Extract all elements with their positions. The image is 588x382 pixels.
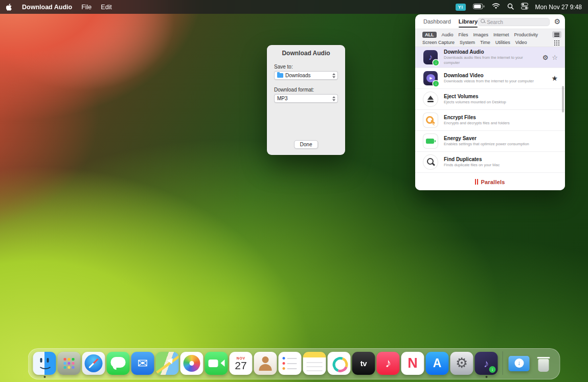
tool-description: Encrypts and decrypts files and folders: [444, 121, 534, 126]
download-audio-icon: [423, 50, 438, 64]
tool-name: Download Audio: [444, 49, 534, 55]
wifi-icon[interactable]: [492, 3, 500, 11]
save-to-value: Downloads: [285, 73, 310, 78]
dock-icon-facetime[interactable]: [205, 352, 228, 375]
dock-icon-contacts[interactable]: [254, 352, 277, 375]
dock-icon-messages[interactable]: [107, 352, 130, 375]
search-field: [478, 17, 550, 27]
settings-gear-icon[interactable]: ⚙: [554, 18, 560, 25]
tool-description: Enables settings that optimize power con…: [444, 142, 534, 147]
tool-list: Download Audio Downloads audio files fro…: [415, 47, 565, 173]
dock-icon-downloads[interactable]: ↓: [508, 352, 531, 375]
tool-row-energy-saver[interactable]: Energy Saver Enables settings that optim…: [415, 131, 565, 152]
category-filters: ALLAudioFilesImagesInternetProductivityS…: [415, 29, 565, 47]
search-input[interactable]: [478, 18, 550, 26]
done-button[interactable]: Done: [294, 140, 319, 149]
filter-video[interactable]: Video: [515, 40, 527, 45]
dock-icon-freeform[interactable]: [328, 352, 351, 375]
tool-description: Downloads audio files from the internet …: [444, 55, 534, 66]
download-format-label: Download format:: [274, 87, 338, 93]
tool-row-eject-volumes[interactable]: Eject Volumes Ejects volumes mounted on …: [415, 89, 565, 110]
dock-icon-trash[interactable]: [532, 352, 555, 375]
save-to-select[interactable]: Downloads: [274, 71, 338, 80]
filter-utilities[interactable]: Utilities: [495, 40, 510, 45]
active-app-name[interactable]: Download Audio: [22, 4, 72, 11]
tool-description: Downloads videos from the internet to yo…: [444, 79, 534, 84]
parallels-logo: Parallels: [475, 179, 505, 185]
scrollbar[interactable]: [562, 86, 564, 113]
tool-row-find-duplicates[interactable]: Find Duplicates Finds duplicate files on…: [415, 152, 565, 173]
favorite-star-icon[interactable]: ☆: [552, 54, 558, 61]
filter-time[interactable]: Time: [480, 40, 490, 45]
tab-library[interactable]: Library: [459, 14, 478, 29]
toolbox-header: DashboardLibrary ⚙: [415, 14, 565, 29]
dock-icon-calendar[interactable]: NOV27: [230, 352, 253, 375]
dock-icon-mail[interactable]: ✉: [131, 352, 154, 375]
dock-icon-maps[interactable]: [156, 352, 179, 375]
tool-name: Encrypt Files: [444, 115, 534, 120]
running-indicator: [485, 376, 487, 378]
parallels-toolbox-window: DashboardLibrary ⚙ ALLAudioFilesImagesIn…: [415, 14, 565, 190]
find-duplicates-icon: [423, 155, 438, 169]
dock-icon-download-audio[interactable]: ♪: [475, 352, 498, 375]
tool-row-download-video[interactable]: Download Video Downloads videos from the…: [415, 68, 565, 89]
filter-all[interactable]: ALL: [422, 32, 437, 38]
dock-icon-photos[interactable]: [180, 352, 203, 375]
eject-volumes-icon: [423, 92, 438, 106]
folder-icon: [277, 73, 283, 78]
spotlight-search-icon[interactable]: [507, 3, 514, 11]
list-view-toggle[interactable]: [552, 31, 561, 38]
download-format-select[interactable]: MP3: [274, 94, 338, 103]
tool-row-encrypt-files[interactable]: Encrypt Files Encrypts and decrypts file…: [415, 110, 565, 131]
stepper-icon: [331, 72, 336, 79]
dock-icon-reminders[interactable]: [279, 352, 302, 375]
dock-separator: [503, 351, 503, 375]
tool-row-download-audio[interactable]: Download Audio Downloads audio files fro…: [415, 47, 565, 68]
filter-files[interactable]: Files: [459, 32, 468, 37]
menu-file[interactable]: File: [81, 4, 92, 11]
stepper-icon: [331, 95, 336, 102]
dialog-title: Download Audio: [267, 50, 345, 57]
control-center-icon[interactable]: [521, 3, 528, 11]
dock-icon-music[interactable]: ♪: [377, 352, 400, 375]
filter-productivity[interactable]: Productivity: [514, 32, 538, 37]
input-source-badge[interactable]: YI: [456, 4, 466, 11]
dock-icon-notes[interactable]: [303, 352, 326, 375]
favorite-star-icon[interactable]: ★: [551, 75, 558, 82]
toolbox-footer: Parallels: [415, 173, 565, 190]
dock-icon-finder[interactable]: [33, 352, 56, 375]
download-format-value: MP3: [277, 96, 288, 101]
download-video-icon: [423, 71, 438, 85]
grid-view-toggle[interactable]: [552, 39, 561, 46]
energy-saver-icon: [423, 134, 438, 148]
tool-description: Finds duplicate files on your Mac: [444, 163, 534, 168]
save-to-label: Save to:: [274, 64, 338, 70]
menu-edit[interactable]: Edit: [101, 4, 112, 11]
parallels-bars-icon: [475, 179, 479, 185]
filter-audio[interactable]: Audio: [442, 32, 454, 37]
tool-settings-icon[interactable]: ⚙: [542, 54, 549, 61]
filter-system[interactable]: System: [460, 40, 475, 45]
tab-dashboard[interactable]: Dashboard: [423, 14, 451, 29]
battery-icon[interactable]: [473, 4, 485, 11]
menu-bar-clock[interactable]: Mon Nov 27 9:48: [535, 4, 582, 11]
download-audio-dialog: Download Audio Save to: Downloads Downlo…: [267, 45, 345, 155]
running-indicator: [43, 376, 46, 378]
menu-bar: Download Audio FileEdit YI Mon Nov 27 9:…: [0, 0, 588, 14]
apple-menu-icon[interactable]: [6, 3, 13, 11]
tool-name: Energy Saver: [444, 136, 534, 141]
filter-screen-capture[interactable]: Screen Capture: [422, 40, 455, 45]
dock-icon-news[interactable]: N: [401, 352, 424, 375]
tool-name: Find Duplicates: [444, 156, 534, 162]
dock-icon-appstore[interactable]: A: [426, 352, 449, 375]
tool-name: Download Video: [444, 73, 534, 78]
encrypt-files-icon: [423, 113, 438, 127]
dock-icon-safari[interactable]: [82, 352, 105, 375]
dock-icon-settings[interactable]: ⚙: [450, 352, 473, 375]
filter-images[interactable]: Images: [473, 32, 489, 37]
filter-internet[interactable]: Internet: [493, 32, 509, 37]
tool-description: Ejects volumes mounted on Desktop: [444, 100, 534, 105]
dock-icon-tv[interactable]: tv: [352, 352, 375, 375]
dock-icon-launchpad[interactable]: [58, 352, 81, 375]
tool-name: Eject Volumes: [444, 94, 534, 99]
